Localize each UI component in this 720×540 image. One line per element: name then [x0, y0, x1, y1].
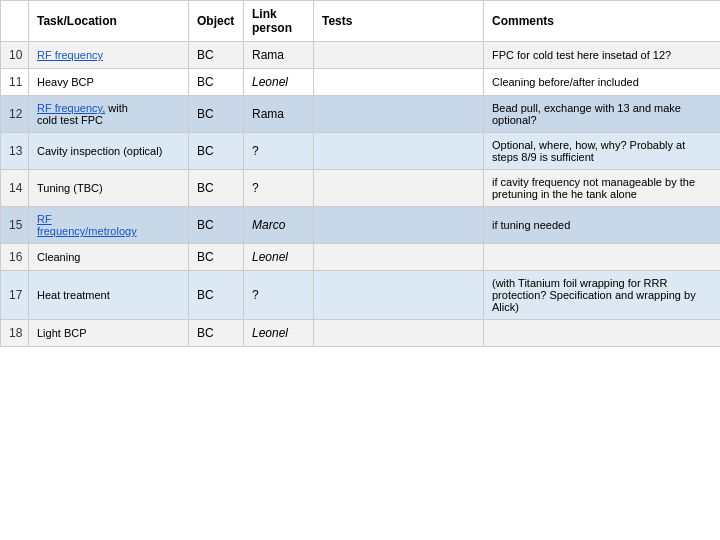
- row-link-person: Leonel: [244, 320, 314, 347]
- row-object: BC: [189, 244, 244, 271]
- table-row: 11Heavy BCPBCLeonelCleaning before/after…: [1, 69, 721, 96]
- row-tests: [314, 42, 484, 69]
- row-comments: if cavity frequency not manageable by th…: [484, 170, 721, 207]
- row-tests: [314, 96, 484, 133]
- row-link-person: Leonel: [244, 244, 314, 271]
- row-object: BC: [189, 133, 244, 170]
- row-link-person: Marco: [244, 207, 314, 244]
- row-object: BC: [189, 170, 244, 207]
- row-task: Cleaning: [29, 244, 189, 271]
- table-row: 14Tuning (TBC)BC?if cavity frequency not…: [1, 170, 721, 207]
- table-row: 13Cavity inspection (optical)BC?Optional…: [1, 133, 721, 170]
- row-task: Light BCP: [29, 320, 189, 347]
- table-row: 16CleaningBCLeonel: [1, 244, 721, 271]
- row-comments: [484, 244, 721, 271]
- row-object: BC: [189, 42, 244, 69]
- row-tests: [314, 244, 484, 271]
- row-task: RFfrequency/metrology: [29, 207, 189, 244]
- row-tests: [314, 320, 484, 347]
- table-row: 15RFfrequency/metrologyBCMarcoif tuning …: [1, 207, 721, 244]
- row-task: Cavity inspection (optical): [29, 133, 189, 170]
- row-number: 15: [1, 207, 29, 244]
- row-tests: [314, 271, 484, 320]
- col-header-object: Object: [189, 1, 244, 42]
- row-object: BC: [189, 207, 244, 244]
- row-task: Tuning (TBC): [29, 170, 189, 207]
- col-header-tests: Tests: [314, 1, 484, 42]
- row-comments: FPC for cold test here insetad of 12?: [484, 42, 721, 69]
- row-link-person: ?: [244, 170, 314, 207]
- col-header-comments: Comments: [484, 1, 721, 42]
- row-link-person: Rama: [244, 96, 314, 133]
- row-number: 12: [1, 96, 29, 133]
- row-task: RF frequency, withcold test FPC: [29, 96, 189, 133]
- row-number: 11: [1, 69, 29, 96]
- row-object: BC: [189, 69, 244, 96]
- task-link[interactable]: RF frequency,: [37, 102, 105, 114]
- row-object: BC: [189, 96, 244, 133]
- row-tests: [314, 207, 484, 244]
- row-comments: (with Titanium foil wrapping for RRR pro…: [484, 271, 721, 320]
- table-row: 10RF frequencyBCRamaFPC for cold test he…: [1, 42, 721, 69]
- col-header-num: [1, 1, 29, 42]
- row-task: Heavy BCP: [29, 69, 189, 96]
- table-row: 18Light BCPBCLeonel: [1, 320, 721, 347]
- task-link[interactable]: RFfrequency/metrology: [37, 213, 137, 237]
- row-link-person: Leonel: [244, 69, 314, 96]
- row-task: RF frequency: [29, 42, 189, 69]
- task-link[interactable]: RF frequency: [37, 49, 103, 61]
- row-tests: [314, 170, 484, 207]
- row-task: Heat treatment: [29, 271, 189, 320]
- row-number: 10: [1, 42, 29, 69]
- row-number: 16: [1, 244, 29, 271]
- row-link-person: ?: [244, 271, 314, 320]
- row-comments: if tuning needed: [484, 207, 721, 244]
- table-row: 12RF frequency, withcold test FPCBCRamaB…: [1, 96, 721, 133]
- row-tests: [314, 69, 484, 96]
- col-header-link: Linkperson: [244, 1, 314, 42]
- row-number: 13: [1, 133, 29, 170]
- row-comments: Bead pull, exchange with 13 and make opt…: [484, 96, 721, 133]
- row-object: BC: [189, 320, 244, 347]
- row-comments: [484, 320, 721, 347]
- row-number: 14: [1, 170, 29, 207]
- col-header-task: Task/Location: [29, 1, 189, 42]
- row-link-person: ?: [244, 133, 314, 170]
- row-object: BC: [189, 271, 244, 320]
- row-tests: [314, 133, 484, 170]
- row-number: 18: [1, 320, 29, 347]
- table-row: 17Heat treatmentBC?(with Titanium foil w…: [1, 271, 721, 320]
- row-link-person: Rama: [244, 42, 314, 69]
- row-number: 17: [1, 271, 29, 320]
- row-comments: Cleaning before/after included: [484, 69, 721, 96]
- row-comments: Optional, where, how, why? Probably at s…: [484, 133, 721, 170]
